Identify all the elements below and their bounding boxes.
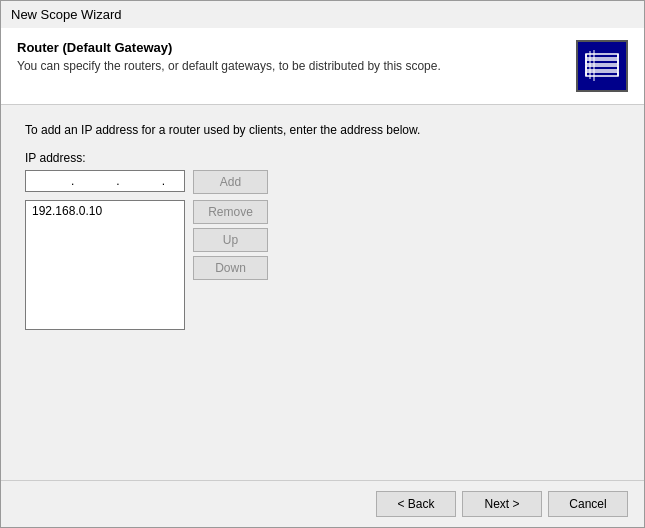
list-buttons-row: 192.168.0.10 Remove Up Down (25, 200, 620, 330)
next-button[interactable]: Next > (462, 491, 542, 517)
instruction-text: To add an IP address for a router used b… (25, 123, 620, 137)
list-item: 192.168.0.10 (30, 203, 180, 219)
header-text: Router (Default Gateway) You can specify… (17, 40, 441, 73)
content-area: To add an IP address for a router used b… (1, 105, 644, 480)
ip-address-label: IP address: (25, 151, 620, 165)
wizard-window: New Scope Wizard Router (Default Gateway… (0, 0, 645, 528)
footer: < Back Next > Cancel (1, 480, 644, 527)
svg-rect-0 (586, 54, 618, 58)
down-button[interactable]: Down (193, 256, 268, 280)
router-icon (576, 40, 628, 92)
page-description: You can specify the routers, or default … (17, 59, 441, 73)
svg-rect-3 (586, 72, 618, 76)
remove-button[interactable]: Remove (193, 200, 268, 224)
ip-input-row: . . . Add (25, 170, 620, 194)
ip-octet-2[interactable] (75, 174, 115, 188)
header-section: Router (Default Gateway) You can specify… (1, 28, 644, 105)
ip-address-list[interactable]: 192.168.0.10 (25, 200, 185, 330)
ip-octet-3[interactable] (121, 174, 161, 188)
svg-rect-2 (586, 66, 618, 70)
window-title: New Scope Wizard (11, 7, 122, 22)
svg-rect-1 (586, 60, 618, 64)
up-button[interactable]: Up (193, 228, 268, 252)
page-title: Router (Default Gateway) (17, 40, 441, 55)
add-button[interactable]: Add (193, 170, 268, 194)
back-button[interactable]: < Back (376, 491, 456, 517)
router-svg-icon (582, 46, 622, 86)
ip-octet-1[interactable] (30, 174, 70, 188)
cancel-button[interactable]: Cancel (548, 491, 628, 517)
title-bar: New Scope Wizard (1, 1, 644, 28)
ip-input-container[interactable]: . . . (25, 170, 185, 192)
list-action-buttons: Remove Up Down (193, 200, 268, 280)
